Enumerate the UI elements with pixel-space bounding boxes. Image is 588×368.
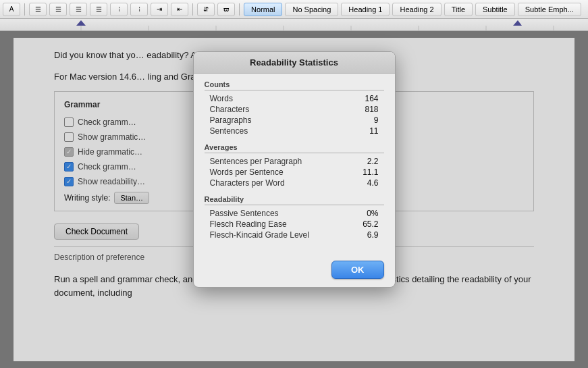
averages-header: Averages xyxy=(205,143,384,153)
averages-row-cpw: Characters per Word 4.6 xyxy=(205,178,384,188)
align-center-icon[interactable]: ☰ xyxy=(49,3,67,16)
toolbar-sep-3 xyxy=(239,3,240,16)
counts-row-sentences: Sentences 11 xyxy=(205,126,384,136)
style-subtle[interactable]: Subtle Emph... xyxy=(518,3,581,16)
readability-section: Readability Passive Sentences 0% Flesch … xyxy=(205,195,384,240)
counts-row-words: Words 164 xyxy=(205,93,384,104)
readability-row-flesch: Flesch Reading Ease 65.2 xyxy=(205,219,384,230)
readability-row-fk: Flesch-Kincaid Grade Level 6.9 xyxy=(205,230,384,240)
averages-row-wps: Words per Sentence 11.1 xyxy=(205,167,384,178)
toolbar-sep-2 xyxy=(192,3,193,16)
sentences-value: 11 xyxy=(352,126,379,136)
toolbar-icon-a[interactable]: A xyxy=(3,3,20,16)
counts-header: Counts xyxy=(205,80,384,90)
fk-value: 6.9 xyxy=(352,230,379,240)
toolbar-sep-1 xyxy=(24,3,25,16)
averages-section: Averages Sentences per Paragraph 2.2 Wor… xyxy=(205,143,384,188)
document-area: Did you know that yo… eadability? And it… xyxy=(0,31,588,368)
ruler xyxy=(0,19,588,31)
averages-row-spp: Sentences per Paragraph 2.2 xyxy=(205,156,384,167)
readability-header: Readability xyxy=(205,195,384,205)
cpw-label: Characters per Word xyxy=(210,178,285,188)
spp-label: Sentences per Paragraph xyxy=(210,157,302,166)
passive-value: 0% xyxy=(352,209,379,218)
fk-label: Flesch-Kincaid Grade Level xyxy=(210,230,309,240)
modal-title: Readability Statistics xyxy=(194,52,395,74)
wps-value: 11.1 xyxy=(352,167,379,177)
flesch-label: Flesch Reading Ease xyxy=(210,219,287,229)
paragraphs-value: 9 xyxy=(352,115,379,125)
toolbar: A ☰ ☰ ☰ ☰ ⁝ ⁝ ⇥ ⇤ ⇵ ϖ Normal No Spacing … xyxy=(0,0,588,19)
words-label: Words xyxy=(210,94,233,103)
flesch-value: 65.2 xyxy=(352,219,379,229)
list2-icon[interactable]: ⁝ xyxy=(130,3,148,16)
style-no-spacing[interactable]: No Spacing xyxy=(285,3,338,16)
align-justify-icon[interactable]: ☰ xyxy=(90,3,107,16)
align-right-icon[interactable]: ☰ xyxy=(70,3,87,16)
wps-label: Words per Sentence xyxy=(210,167,284,177)
align-left-icon[interactable]: ☰ xyxy=(29,3,47,16)
modal-body: Counts Words 164 Characters 818 Paragrap… xyxy=(194,74,395,257)
counts-row-chars: Characters 818 xyxy=(205,104,384,115)
style-heading1[interactable]: Heading 1 xyxy=(341,3,390,16)
counts-row-paragraphs: Paragraphs 9 xyxy=(205,115,384,126)
readability-row-passive: Passive Sentences 0% xyxy=(205,208,384,219)
style-subtitle[interactable]: Subtitle xyxy=(475,3,515,16)
passive-label: Passive Sentences xyxy=(210,209,279,218)
indent-icon[interactable]: ⇥ xyxy=(151,3,168,16)
chars-label: Characters xyxy=(210,105,250,114)
outdent-icon[interactable]: ⇤ xyxy=(171,3,188,16)
style-heading2[interactable]: Heading 2 xyxy=(392,3,441,16)
spp-value: 2.2 xyxy=(352,157,379,166)
ok-button[interactable]: OK xyxy=(331,261,384,279)
sort-icon[interactable]: ⇵ xyxy=(197,3,215,16)
sentences-label: Sentences xyxy=(210,126,248,136)
list-icon[interactable]: ⁝ xyxy=(110,3,128,16)
style-normal[interactable]: Normal xyxy=(244,3,282,16)
chars-value: 818 xyxy=(352,105,379,114)
modal-footer: OK xyxy=(194,257,395,287)
counts-section: Counts Words 164 Characters 818 Paragrap… xyxy=(205,80,384,136)
style-title[interactable]: Title xyxy=(444,3,473,16)
format-icon[interactable]: ϖ xyxy=(217,3,235,16)
svg-rect-0 xyxy=(0,19,588,31)
readability-modal: Readability Statistics Counts Words 164 … xyxy=(193,51,396,288)
paragraphs-label: Paragraphs xyxy=(210,115,252,125)
cpw-value: 4.6 xyxy=(352,178,379,188)
words-value: 164 xyxy=(352,94,379,103)
modal-overlay: Readability Statistics Counts Words 164 … xyxy=(0,31,588,368)
